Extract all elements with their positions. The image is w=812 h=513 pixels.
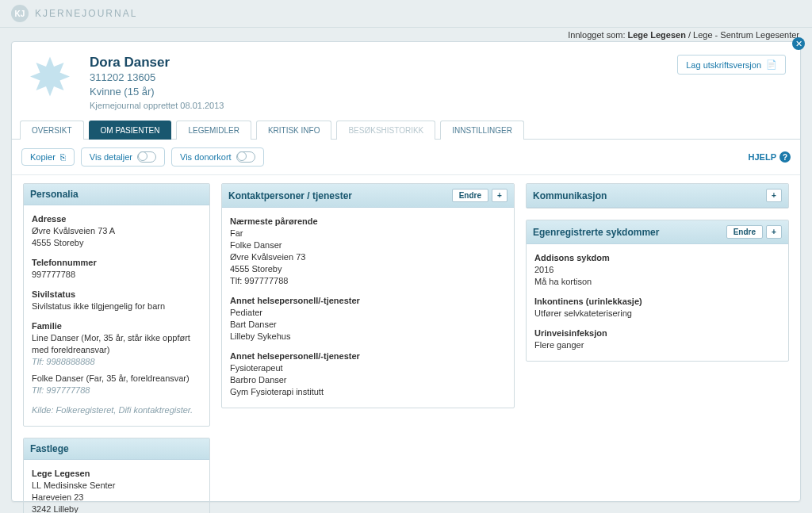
help-label: HJELP — [749, 152, 776, 162]
value: 997777788 — [32, 269, 201, 281]
patient-name: Dora Danser — [90, 55, 224, 71]
add-button[interactable]: + — [766, 225, 782, 239]
value: Hareveien 23 — [32, 492, 201, 503]
panel-title: Kontaktpersoner / tjenester — [228, 190, 352, 201]
value: LL Medisinske Senter — [32, 480, 201, 492]
login-prefix: Innlogget som: — [568, 30, 625, 40]
label: Annet helsepersonell/-tjenester — [230, 295, 506, 307]
label: Urinveisinfeksjon — [534, 327, 780, 339]
tab-om-pasienten[interactable]: OM PASIENTEN — [89, 121, 172, 140]
details-toggle[interactable]: Vis detaljer — [81, 147, 165, 167]
edit-button[interactable]: Endre — [452, 189, 488, 202]
donor-label: Vis donorkort — [180, 152, 232, 162]
value: Øvre Kvålsveien 73 A — [32, 225, 201, 237]
panel-fastlege: Fastlege Lege Legesen LL Medisinske Sent… — [23, 438, 210, 513]
tab-kritisk-info[interactable]: KRITISK INFO — [256, 121, 332, 140]
value: Tlf: 997777788 — [32, 385, 201, 396]
value: Bart Danser — [230, 319, 506, 331]
value: Utfører selvkateterisering — [534, 308, 780, 320]
tab-besokshistorikk: BESØKSHISTORIKK — [336, 121, 435, 140]
print-button-label: Lag utskriftsversjon — [686, 60, 761, 70]
login-status: Innlogget som: Lege Legesen / Lege - Sen… — [568, 30, 799, 40]
product-name: KJERNEJOURNAL — [35, 8, 137, 19]
copy-button[interactable]: Kopier ⎘ — [21, 148, 75, 166]
panel-personalia: Personalia Adresse Øvre Kvålsveien 73 A … — [23, 183, 210, 427]
help-icon: ? — [779, 151, 791, 163]
label: Sivilstatus — [32, 289, 201, 301]
login-sep: / — [688, 30, 691, 40]
value: Må ha kortison — [534, 276, 780, 288]
help-button[interactable]: HJELP ? — [749, 151, 791, 163]
value: 3242 Lilleby — [32, 503, 201, 513]
source-note: Kilde: Folkeregisteret, Difi kontaktregi… — [32, 404, 201, 416]
value: Fysioterapeut — [230, 362, 506, 374]
value: Lilleby Sykehus — [230, 331, 506, 343]
edit-button[interactable]: Endre — [726, 225, 763, 239]
patient-created: Kjernejournal opprettet 08.01.2013 — [90, 101, 224, 110]
value: Sivilstatus ikke tilgjengelig for barn — [32, 301, 201, 312]
logo-badge-icon: KJ — [11, 5, 29, 22]
panel-title: Personalia — [30, 189, 79, 200]
panel-sykdommer: Egenregistrerte sykdommer Endre + Addiso… — [526, 220, 789, 362]
tabs: OVERSIKT OM PASIENTEN LEGEMIDLER KRITISK… — [12, 120, 800, 140]
label: Familie — [32, 320, 201, 332]
tab-innstillinger[interactable]: INNSTILLINGER — [440, 121, 524, 140]
donor-toggle[interactable]: Vis donorkort — [171, 147, 264, 167]
copy-label: Kopier — [30, 152, 56, 162]
label: Adresse — [32, 213, 201, 225]
toggle-icon — [137, 151, 156, 163]
value: Øvre Kvålsveien 73 — [230, 251, 506, 263]
close-icon[interactable]: ✕ — [792, 37, 805, 50]
panel-kommunikasjon: Kommunikasjon + — [526, 183, 789, 209]
label: Addisons sykdom — [534, 252, 780, 264]
value: 4555 Storeby — [32, 237, 201, 249]
value: Line Danser (Mor, 35 år, står ikke oppfø… — [32, 332, 201, 356]
panel-title: Egenregistrerte sykdommer — [533, 227, 659, 238]
value: Barbro Danser — [230, 374, 506, 386]
value: Flere ganger — [534, 339, 780, 351]
value: Pediater — [230, 307, 506, 319]
value: 2016 — [534, 264, 780, 276]
label: Annet helsepersonell/-tjenester — [230, 350, 506, 362]
value: Folke Danser — [230, 239, 506, 251]
value: Tlf: 997777788 — [230, 275, 506, 287]
patient-ssn: 311202 13605 — [90, 71, 224, 85]
toggle-icon — [236, 151, 255, 163]
value: 4555 Storeby — [230, 263, 506, 275]
copy-icon: ⎘ — [60, 152, 66, 162]
panel-title: Kommunikasjon — [533, 190, 607, 201]
add-button[interactable]: + — [492, 189, 508, 202]
label: Nærmeste pårørende — [230, 216, 506, 228]
panel-title: Fastlege — [30, 443, 69, 454]
panel-contacts: Kontaktpersoner / tjenester Endre + Nærm… — [221, 183, 515, 408]
patient-gender-age: Kvinne (15 år) — [90, 85, 224, 99]
tab-legemidler[interactable]: LEGEMIDLER — [176, 121, 251, 140]
value: Tlf: 9988888888 — [32, 356, 201, 368]
details-label: Vis detaljer — [90, 152, 132, 162]
tab-oversikt[interactable]: OVERSIKT — [20, 121, 84, 140]
value: Folke Danser (Far, 35 år, foreldreansvar… — [32, 373, 201, 385]
medical-star-icon — [26, 55, 74, 102]
label: Inkontinens (urinlekkasje) — [534, 296, 780, 308]
value: Far — [230, 228, 506, 239]
value: Lege Legesen — [32, 468, 201, 480]
print-button[interactable]: Lag utskriftsversjon 📄 — [677, 55, 786, 75]
value: Gym Fysioterapi institutt — [230, 386, 506, 398]
login-user: Lege Legesen — [628, 30, 686, 40]
document-icon: 📄 — [766, 59, 777, 70]
label: Telefonnummer — [32, 257, 201, 269]
login-role: Lege - Sentrum Legesenter — [693, 30, 799, 40]
add-button[interactable]: + — [766, 189, 782, 202]
